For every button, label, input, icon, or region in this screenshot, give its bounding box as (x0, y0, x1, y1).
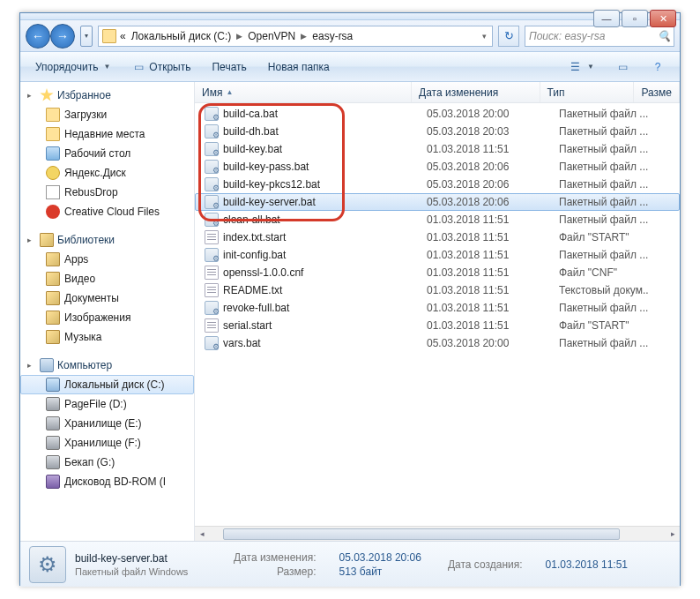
maximize-button[interactable]: ▫ (622, 10, 648, 27)
file-row[interactable]: clean-all.bat01.03.2018 11:51Пакетный фа… (195, 211, 680, 228)
back-button[interactable]: ← (26, 24, 50, 49)
file-row[interactable]: openssl-1.0.0.cnf01.03.2018 11:51Файл "C… (195, 264, 680, 281)
file-name: build-key-pass.bat (223, 161, 309, 173)
file-row[interactable]: build-key-pass.bat05.03.2018 20:06Пакетн… (195, 158, 680, 176)
yandex-icon (46, 166, 60, 180)
minimize-button[interactable]: — (593, 10, 620, 27)
desktop-icon (46, 146, 60, 161)
file-row[interactable]: build-key-pkcs12.bat05.03.2018 20:06Паке… (195, 176, 680, 193)
file-row[interactable]: build-ca.bat05.03.2018 20:00Пакетный фай… (195, 105, 680, 123)
file-type: Пакетный файл ... (552, 178, 649, 191)
col-name[interactable]: Имя▲ (195, 82, 412, 102)
organize-button[interactable]: Упорядочить▼ (27, 56, 118, 78)
tree-computer[interactable]: ▸Компьютер (20, 356, 194, 375)
tree-item-drive-e[interactable]: Хранилище (E:) (20, 414, 194, 433)
tree-item-drive-d[interactable]: PageFile (D:) (20, 394, 194, 414)
tree-item-drive-c[interactable]: Локальный диск (C:) (20, 375, 194, 394)
bat-file-icon (205, 107, 219, 121)
chevron-right-icon: ▶ (299, 32, 309, 41)
breadcrumb[interactable]: « Локальный диск (C:) ▶ OpenVPN ▶ easy-r… (98, 26, 493, 47)
file-date: 05.03.2018 20:00 (420, 108, 552, 120)
tree-item-recent[interactable]: Недавние места (20, 124, 194, 144)
tree-item-downloads[interactable]: Загрузки (20, 105, 194, 124)
creative-cloud-icon (46, 205, 60, 219)
file-row[interactable]: serial.start01.03.2018 11:51Файл "START" (195, 317, 680, 334)
txt-file-icon (205, 283, 219, 297)
scroll-thumb[interactable] (223, 528, 620, 540)
details-modified-label: Дата изменения: (234, 551, 316, 564)
sort-asc-icon: ▲ (226, 88, 233, 96)
computer-icon (40, 358, 54, 372)
preview-button[interactable]: ▭ (607, 56, 637, 79)
forward-button[interactable]: → (50, 24, 75, 49)
details-size-label: Размер: (234, 565, 316, 578)
open-button[interactable]: ▭Открыть (123, 56, 198, 79)
help-button[interactable]: ? (643, 56, 673, 79)
file-date: 05.03.2018 20:06 (420, 196, 552, 208)
preview-icon: ▭ (615, 60, 629, 74)
scroll-left-icon[interactable]: ◂ (195, 527, 209, 541)
file-date: 01.03.2018 11:51 (420, 266, 552, 279)
breadcrumb-seg[interactable]: easy-rsa (310, 30, 354, 42)
breadcrumb-seg[interactable]: Локальный диск (C:) (130, 30, 234, 42)
scroll-right-icon[interactable]: ▸ (666, 527, 680, 541)
txt-file-icon (205, 318, 219, 333)
file-date: 01.03.2018 11:51 (420, 302, 552, 314)
tree-item-yadisk[interactable]: Яндекс.Диск (20, 163, 194, 183)
file-date: 01.03.2018 11:51 (420, 249, 552, 261)
view-button[interactable]: ☰▼ (560, 56, 602, 79)
folder-icon (46, 108, 60, 122)
tree-item-pics[interactable]: Изображения (20, 308, 194, 327)
file-date: 05.03.2018 20:06 (420, 178, 552, 191)
folder-icon (46, 311, 60, 325)
tree-item-rebus[interactable]: RebusDrop (20, 183, 194, 202)
tree-item-drive-f[interactable]: Хранилище (F:) (20, 433, 194, 453)
horizontal-scrollbar[interactable]: ◂ ▸ (195, 526, 680, 541)
nav-row: ← → ▾ « Локальный диск (C:) ▶ OpenVPN ▶ … (20, 20, 680, 52)
file-type: Пакетный файл ... (552, 125, 649, 138)
txt-file-icon (205, 230, 219, 244)
file-type: Пакетный файл ... (552, 249, 649, 261)
bat-file-icon (205, 142, 219, 156)
tree-item-docs[interactable]: Документы (20, 288, 194, 308)
tree-item-video[interactable]: Видео (20, 269, 194, 288)
refresh-button[interactable]: ↻ (498, 26, 519, 47)
file-row[interactable]: index.txt.start01.03.2018 11:51Файл "STA… (195, 228, 680, 246)
file-icon: ⚙ (29, 546, 66, 583)
file-name: index.txt.start (223, 231, 286, 243)
file-row[interactable]: README.txt01.03.2018 11:51Текстовый доку… (195, 281, 680, 299)
tree-item-apps[interactable]: Apps (20, 250, 194, 269)
tree-item-drive-g[interactable]: Бекап (G:) (20, 453, 194, 472)
tree-item-cc[interactable]: Creative Cloud Files (20, 202, 194, 221)
file-name: clean-all.bat (223, 213, 280, 226)
col-type[interactable]: Тип (540, 82, 635, 102)
tree-item-desktop[interactable]: Рабочий стол (20, 144, 194, 163)
tree-item-music[interactable]: Музыка (20, 327, 194, 347)
new-folder-button[interactable]: Новая папка (260, 56, 338, 78)
details-created-value: 01.03.2018 11:51 (546, 558, 628, 571)
tree-favorites[interactable]: ▸Избранное (20, 86, 194, 105)
chevron-down-icon[interactable]: ▾ (480, 32, 488, 41)
file-row[interactable]: build-key.bat01.03.2018 11:51Пакетный фа… (195, 140, 680, 158)
file-row[interactable]: build-key-server.bat05.03.2018 20:06Паке… (195, 193, 680, 211)
history-dropdown[interactable]: ▾ (80, 26, 93, 47)
file-row[interactable]: init-config.bat01.03.2018 11:51Пакетный … (195, 246, 680, 264)
breadcrumb-seg[interactable]: OpenVPN (246, 30, 297, 42)
bat-file-icon (205, 336, 219, 350)
folder-icon (46, 252, 60, 266)
file-type: Пакетный файл ... (552, 143, 649, 155)
file-row[interactable]: vars.bat05.03.2018 20:00Пакетный файл ..… (195, 334, 680, 352)
tree-item-drive-bd[interactable]: Дисковод BD-ROM (I (20, 472, 194, 491)
file-row[interactable]: revoke-full.bat01.03.2018 11:51Пакетный … (195, 299, 680, 317)
file-type: Пакетный файл ... (552, 302, 649, 314)
print-button[interactable]: Печать (204, 56, 254, 78)
search-input[interactable]: Поиск: easy-rsa 🔍 (525, 26, 674, 47)
file-row[interactable]: build-dh.bat05.03.2018 20:03Пакетный фай… (195, 123, 680, 140)
tree-libraries[interactable]: ▸Библиотеки (20, 230, 194, 250)
file-type: Файл "START" (552, 319, 649, 332)
col-size[interactable]: Разме (634, 82, 680, 102)
close-button[interactable]: ✕ (650, 10, 676, 27)
drive-icon (46, 436, 60, 450)
bat-file-icon (205, 195, 219, 209)
col-date[interactable]: Дата изменения (412, 82, 540, 102)
